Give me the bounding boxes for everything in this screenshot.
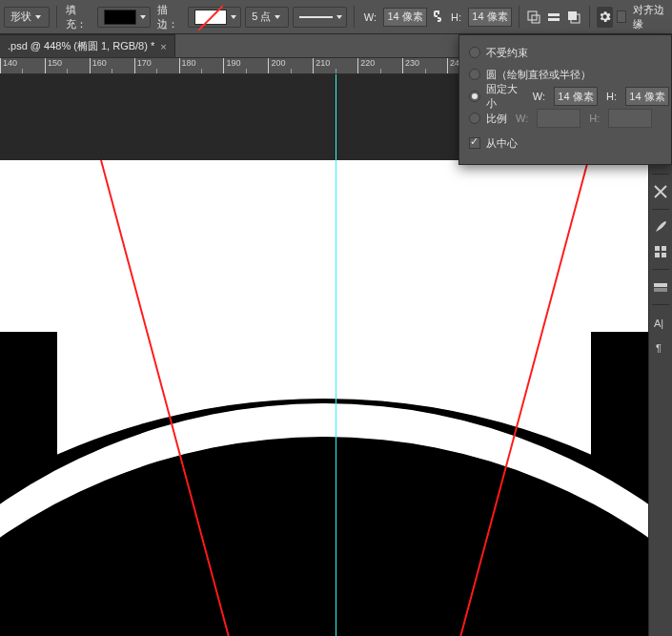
ruler-minor-tick	[201, 69, 202, 74]
options-bar: 形状 填充： 描边： 5 点 W: H: 对齐边缘	[0, 0, 672, 34]
ruler-minor-tick	[336, 69, 336, 74]
ruler-major-tick: 230	[402, 58, 419, 74]
chevron-down-icon	[275, 15, 280, 19]
prop-width-input	[537, 109, 580, 128]
from-center-row[interactable]: 从中心	[469, 133, 669, 154]
chevron-down-icon	[231, 15, 236, 19]
character-panel-icon[interactable]: A|	[649, 311, 672, 334]
fixed-width-input[interactable]	[554, 87, 598, 106]
chevron-down-icon	[336, 15, 342, 19]
ruler-minor-tick	[67, 69, 68, 74]
radio-label: 不受约束	[486, 46, 528, 60]
ruler-major-tick: 180	[179, 58, 196, 74]
brush-presets-icon[interactable]	[649, 240, 672, 263]
stroke-swatch-dropdown[interactable]	[188, 7, 241, 28]
stroke-width-value: 5 点	[252, 10, 271, 24]
width-label: W:	[364, 11, 377, 23]
solid-line-icon	[299, 16, 333, 18]
fixed-height-label: H:	[606, 91, 617, 102]
fill-label: 填充：	[66, 3, 90, 31]
chevron-down-icon	[140, 15, 146, 19]
ruler-minor-tick	[22, 69, 23, 74]
svg-rect-8	[655, 253, 660, 257]
prop-height-label: H:	[589, 113, 600, 124]
swatches-panel-icon[interactable]	[649, 276, 672, 298]
radio-icon	[469, 69, 480, 80]
svg-rect-11	[654, 288, 667, 292]
ruler-major-tick: 160	[90, 58, 107, 74]
prop-height-input	[608, 109, 652, 128]
ruler-major-tick: 220	[357, 58, 375, 74]
ruler-minor-tick	[246, 69, 247, 74]
fill-swatch-dropdown[interactable]	[97, 7, 151, 28]
constraint-proportion-row[interactable]: 比例 W: H:	[469, 108, 669, 129]
document-canvas[interactable]	[0, 160, 648, 636]
document-tab-title: .psd @ 448% (椭圆 1, RGB/8) *	[8, 39, 154, 53]
width-input[interactable]	[383, 8, 427, 27]
ruler-minor-tick	[380, 69, 381, 74]
brush-panel-icon[interactable]	[649, 215, 672, 238]
ruler-major-tick: 210	[313, 58, 330, 74]
ruler-minor-tick	[156, 69, 157, 74]
crossed-tools-icon[interactable]	[649, 180, 672, 203]
separator	[519, 6, 519, 28]
paragraph-panel-icon[interactable]: ¶	[649, 336, 672, 359]
shape-options-flyout: 不受约束 圆（绘制直径或半径） 固定大小 W: H: 比例 W: H: 从中心	[458, 34, 672, 165]
align-edges-label: 对齐边缘	[633, 3, 665, 31]
ruler-minor-tick	[425, 69, 426, 74]
ruler-major-tick: 170	[134, 58, 152, 74]
height-label: H:	[451, 11, 461, 23]
ruler-major-tick: 200	[268, 58, 285, 74]
path-combine-button[interactable]	[526, 7, 542, 28]
ruler-minor-tick	[291, 69, 292, 74]
shape-options-gear-button[interactable]	[597, 7, 613, 28]
svg-rect-4	[568, 11, 577, 20]
align-edges-checkbox[interactable]	[617, 10, 627, 23]
prop-width-label: W:	[516, 113, 528, 124]
svg-rect-1	[532, 15, 540, 23]
radio-icon	[469, 91, 480, 102]
no-stroke-swatch	[194, 10, 227, 25]
svg-rect-10	[654, 283, 667, 287]
svg-text:¶: ¶	[656, 342, 662, 354]
radio-label: 固定大小	[486, 82, 524, 111]
svg-rect-6	[655, 246, 660, 251]
ruler-major-tick: 140	[0, 58, 17, 74]
separator	[56, 6, 57, 28]
path-arrange-button[interactable]	[566, 7, 582, 28]
fixed-width-label: W:	[533, 91, 545, 102]
fixed-height-input[interactable]	[625, 87, 669, 106]
stroke-style-dropdown[interactable]	[293, 7, 347, 28]
ruler-minor-tick	[112, 69, 112, 74]
document-tab[interactable]: .psd @ 448% (椭圆 1, RGB/8) * ×	[0, 34, 175, 57]
stroke-label: 描边：	[157, 3, 181, 31]
vertical-guide[interactable]	[336, 74, 336, 636]
separator	[589, 6, 590, 28]
height-input[interactable]	[468, 8, 512, 27]
ruler-major-tick: 150	[45, 58, 62, 74]
artwork	[0, 160, 648, 636]
chevron-down-icon	[35, 15, 41, 19]
right-panel-strip: A| ¶	[648, 137, 672, 636]
separator	[354, 6, 355, 28]
link-wh-button[interactable]	[431, 9, 444, 26]
from-center-label: 从中心	[486, 136, 518, 151]
checkbox-icon	[469, 137, 480, 149]
radio-label: 圆（绘制直径或半径）	[486, 68, 591, 82]
path-align-button[interactable]	[546, 7, 562, 28]
svg-rect-9	[662, 253, 666, 257]
tool-mode-dropdown[interactable]: 形状	[4, 7, 50, 28]
svg-rect-7	[662, 246, 666, 251]
fill-swatch	[104, 10, 136, 25]
stroke-width-dropdown[interactable]: 5 点	[245, 7, 289, 28]
radio-icon	[469, 113, 480, 124]
constraint-unconstrained-row[interactable]: 不受约束	[469, 42, 669, 63]
tool-mode-label: 形状	[10, 10, 31, 24]
svg-text:A|: A|	[654, 318, 663, 329]
radio-icon	[469, 47, 480, 58]
svg-rect-3	[548, 18, 560, 21]
ruler-major-tick: 190	[223, 58, 240, 74]
svg-rect-2	[548, 13, 560, 16]
constraint-fixed-size-row[interactable]: 固定大小 W: H:	[469, 86, 669, 107]
close-icon[interactable]: ×	[160, 41, 166, 52]
